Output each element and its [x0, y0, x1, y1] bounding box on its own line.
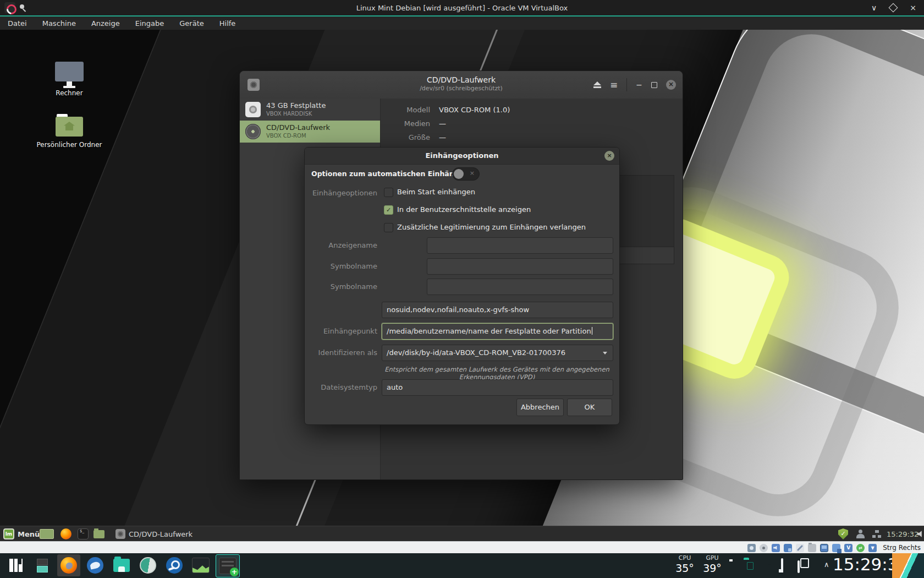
close-button[interactable]: ×: [910, 4, 916, 12]
vm-tools-status-icon[interactable]: V: [844, 544, 853, 552]
optical-disc-status-icon[interactable]: [760, 544, 768, 552]
mint-logo-icon: lm: [3, 528, 14, 539]
system-monitor-icon: [192, 558, 210, 573]
firefox-icon: [61, 528, 72, 539]
screen-icon: [781, 558, 783, 571]
eject-button[interactable]: [593, 81, 601, 88]
checkbox-show-in-ui[interactable]: ✓: [384, 205, 393, 215]
tray-expander[interactable]: ∧: [824, 560, 829, 569]
sidebar-item-cdrom[interactable]: CD/DVD-Laufwerk VBOX CD-ROM: [240, 121, 380, 143]
host-taskbar-firefox[interactable]: [57, 554, 80, 576]
screen-share-tray[interactable]: [781, 559, 783, 570]
toggle-off-glyph: ×: [470, 170, 475, 177]
vbox-window-title: Linux Mint Debian [wird ausgeführt] - Or…: [0, 4, 924, 12]
host-taskbar-steam[interactable]: [163, 554, 186, 576]
status-menu-icon[interactable]: ▼: [868, 544, 877, 552]
ok-button[interactable]: OK: [567, 399, 612, 416]
disks-app-icon: [116, 529, 125, 539]
icon-name-input[interactable]: [427, 258, 613, 275]
files-launcher[interactable]: [94, 526, 105, 541]
disks-headerbar[interactable]: CD/DVD-Laufwerk /dev/sr0 (schreibgeschüt…: [240, 71, 683, 99]
update-shield-tray[interactable]: ✓: [838, 526, 848, 541]
detail-label: Medien: [381, 117, 430, 130]
vbox-titlebar: Linux Mint Debian [wird ausgeführt] - Or…: [0, 0, 924, 17]
mount-point-input[interactable]: /media/benutzername/name der Festplatte …: [382, 323, 613, 340]
display-status-icon[interactable]: [820, 544, 828, 552]
filesystem-type-input[interactable]: auto: [382, 379, 613, 396]
vm-display: Rechner Persönlicher Ordner CD/DVD-Laufw…: [0, 30, 924, 541]
menu-maschine[interactable]: Maschine: [35, 19, 84, 28]
sidebar-item-title: 43 GB Festplatte: [266, 101, 326, 110]
desktop-icon-computer[interactable]: Rechner: [31, 62, 108, 97]
menu-hilfe[interactable]: Hilfe: [212, 19, 244, 28]
volume-applet-tray[interactable]: [917, 526, 924, 541]
shared-folder-status-icon[interactable]: [808, 544, 816, 552]
minimize-button[interactable]: ∨: [871, 4, 877, 12]
text-cursor: [592, 327, 592, 335]
optical-disc-icon: [245, 124, 261, 139]
disks-close-button[interactable]: ×: [666, 80, 676, 90]
host-taskbar-file-manager[interactable]: [110, 554, 133, 576]
windows-status-icon[interactable]: [832, 544, 840, 552]
gpu-label: GPU: [697, 554, 727, 561]
menu-datei[interactable]: Datei: [0, 19, 35, 28]
detail-row-media: Medien —: [381, 117, 683, 130]
restore-button[interactable]: [889, 3, 898, 13]
identify-as-dropdown[interactable]: /dev/disk/by-id/ata-VBOX_CD-ROM_VB2-0170…: [382, 345, 613, 361]
menu-geraete[interactable]: Geräte: [172, 19, 211, 28]
user-icon: [856, 530, 865, 538]
harddisk-status-icon[interactable]: [747, 544, 756, 552]
menu-anzeige[interactable]: Anzeige: [84, 19, 128, 28]
checkbox-label[interactable]: In der Benutzerschnittstelle anzeigen: [397, 205, 531, 214]
harddisk-icon: [245, 102, 261, 117]
task-button-disks[interactable]: CD/DVD-Laufwerk: [116, 526, 193, 541]
mint-menu-button[interactable]: lm Menü: [3, 526, 40, 541]
menu-eingabe[interactable]: Eingabe: [128, 19, 172, 28]
show-desktop-button[interactable]: [40, 526, 54, 541]
user-applet-tray[interactable]: [856, 526, 865, 541]
terminal-launcher[interactable]: $_: [78, 526, 89, 541]
cpu-label: CPU: [670, 554, 700, 561]
dialog-close-button[interactable]: ×: [604, 151, 614, 161]
menu-button[interactable]: ≡: [610, 80, 618, 90]
disks-restore-button[interactable]: [651, 82, 657, 88]
host-app-launcher-menu[interactable]: [4, 554, 28, 576]
host-taskbar-system-monitor[interactable]: [189, 554, 212, 576]
firefox-icon: [61, 557, 77, 574]
checkbox-mount-at-startup[interactable]: [384, 188, 393, 197]
speaker-icon: [917, 531, 924, 538]
network-status-icon[interactable]: [784, 544, 792, 552]
sidebar-item-harddisk[interactable]: 43 GB Festplatte VBOX HARDDISK: [240, 99, 380, 121]
checkbox-require-auth[interactable]: [384, 223, 393, 232]
host-taskbar-thunderbird[interactable]: [84, 554, 107, 576]
host-taskbar-media-player[interactable]: [136, 554, 160, 576]
host-taskbar-virtualbox[interactable]: [216, 554, 240, 577]
desktop-icon-home[interactable]: Persönlicher Ordner: [31, 117, 108, 149]
display-name-input[interactable]: [427, 237, 613, 254]
mint-clock[interactable]: 15:29:32: [887, 526, 919, 541]
terminal-icon: $_: [78, 528, 89, 539]
shared-clipboard-status-icon[interactable]: ⇄: [856, 544, 865, 552]
cpu-temp-widget[interactable]: CPU 35°: [670, 554, 700, 575]
checkbox-label[interactable]: Beim Start einhängen: [397, 188, 475, 196]
recording-status-icon[interactable]: [796, 544, 804, 552]
clipboard-tray[interactable]: [798, 561, 800, 572]
gpu-temp-widget[interactable]: GPU 39°: [697, 554, 727, 575]
mount-options-input[interactable]: nosuid,nodev,nofail,noauto,x-gvfs-show: [382, 302, 613, 318]
firefox-launcher[interactable]: [61, 526, 72, 541]
cancel-button[interactable]: Abbrechen: [516, 399, 564, 416]
display-name-label: Anzeigename: [305, 241, 377, 249]
dialog-titlebar[interactable]: Einhängeoptionen ×: [305, 148, 619, 165]
disks-minimize-button[interactable]: −: [636, 80, 642, 89]
symbolic-icon-name-input[interactable]: [427, 279, 613, 295]
corner-widget[interactable]: [892, 553, 924, 578]
host-taskbar: CPU 35° GPU 39° ∧ 15:29:32: [0, 553, 924, 578]
virtual-desktop-pager[interactable]: [31, 554, 54, 576]
auto-mount-toggle[interactable]: ×: [452, 167, 480, 181]
filesystem-type-label: Dateisystemtyp: [305, 383, 377, 391]
audio-status-icon[interactable]: [772, 544, 780, 552]
network-applet-tray[interactable]: [872, 526, 881, 541]
file-manager-icon: [113, 559, 130, 572]
checkbox-label[interactable]: Zusätzliche Legitimierung zum Einhängen …: [397, 223, 586, 231]
shield-icon: ✓: [838, 528, 848, 539]
